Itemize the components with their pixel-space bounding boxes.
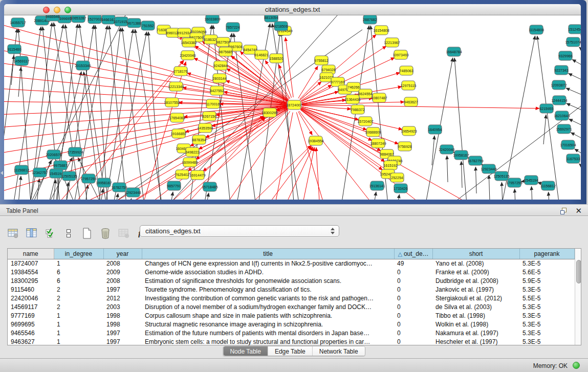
graph-node[interactable]: 9755812 xyxy=(314,56,328,65)
graph-node[interactable]: 12923448 xyxy=(125,188,141,197)
graph-node[interactable]: 9218506 xyxy=(274,21,288,31)
graph-node[interactable]: 12923448 xyxy=(481,164,496,173)
graph-node[interactable]: 10653287 xyxy=(70,15,86,23)
graph-node[interactable]: 8878354 xyxy=(192,135,206,144)
network-canvas[interactable]: 7163822 8960128 8912934 23226058 9827509… xyxy=(4,15,581,200)
graph-node[interactable]: 1588520 xyxy=(269,54,283,63)
graph-node[interactable]: 9875685 xyxy=(219,47,232,56)
graph-node[interactable]: 10807487 xyxy=(371,93,387,102)
clear-selection-icon[interactable] xyxy=(62,227,75,239)
graph-node[interactable]: 12342757 xyxy=(32,168,48,177)
graph-node[interactable]: 1167533 xyxy=(567,154,580,163)
tab-node-table[interactable]: Node Table xyxy=(223,346,268,356)
graph-node[interactable]: 9227343 xyxy=(554,65,568,75)
graph-node[interactable]: 19654923 xyxy=(401,126,417,136)
column-header-pagerank[interactable]: pagerank xyxy=(519,249,574,259)
graph-node[interactable]: 9671388 xyxy=(127,18,141,28)
graph-node[interactable]: 1615192 xyxy=(383,161,397,170)
graph-node[interactable]: 20206576 xyxy=(46,150,61,159)
graph-node[interactable]: 17016504 xyxy=(560,140,576,149)
graph-node[interactable]: 1733426 xyxy=(394,184,407,193)
graph-node[interactable]: 17957255 xyxy=(506,178,522,187)
table-settings-icon[interactable] xyxy=(7,227,19,239)
graph-node[interactable]: 22420046 xyxy=(439,145,454,154)
graph-node[interactable]: 12444154 xyxy=(551,96,567,105)
graph-node[interactable]: 9857791 xyxy=(167,181,181,190)
graph-node[interactable]: 16154808 xyxy=(373,26,389,35)
graph-node[interactable]: 16099489 xyxy=(182,158,198,167)
graph-node[interactable]: 11156812 xyxy=(14,165,29,174)
graph-node[interactable]: 14055717 xyxy=(10,18,26,27)
graph-node[interactable]: 746266 xyxy=(347,82,360,92)
tab-network-table[interactable]: Network Table xyxy=(313,346,365,356)
graph-node[interactable]: 9146821 xyxy=(254,50,268,59)
graph-node[interactable]: 18724007 xyxy=(286,100,302,110)
table-row[interactable]: 1456911722003Disruption of a novel membe… xyxy=(8,302,574,311)
select-all-icon[interactable] xyxy=(44,227,56,239)
graph-node[interactable]: 8427552 xyxy=(210,86,224,95)
graph-node[interactable]: 12213967 xyxy=(384,38,400,47)
graph-node[interactable]: 252254 xyxy=(390,173,404,182)
graph-node[interactable]: 3624554 xyxy=(358,89,372,98)
graph-node[interactable]: 12093872 xyxy=(551,80,567,90)
delete-table-icon[interactable] xyxy=(99,227,112,239)
graph-node[interactable]: 23420046 xyxy=(180,51,195,60)
column-header-short[interactable]: short xyxy=(432,249,519,259)
graph-node[interactable]: 10688609 xyxy=(365,127,381,137)
graph-node[interactable]: 17359924 xyxy=(67,147,83,157)
graph-node[interactable]: 16782759 xyxy=(467,156,483,165)
graph-node[interactable]: 12213344 xyxy=(168,82,184,91)
collapse-panel-arrow-icon[interactable] xyxy=(1,171,3,175)
graph-node[interactable]: 11154808 xyxy=(529,25,544,34)
graph-node[interactable]: 9465546 xyxy=(46,15,59,21)
table-row[interactable]: 1872400712008Changes of HCN gene express… xyxy=(8,259,574,268)
graph-node[interactable]: 16210643 xyxy=(554,111,570,120)
float-window-icon[interactable] xyxy=(560,207,568,215)
graph-node[interactable]: 7485063 xyxy=(399,66,413,75)
graph-node[interactable]: 7857224 xyxy=(226,23,239,32)
graph-node[interactable]: 7625402 xyxy=(175,170,189,179)
tab-edge-table[interactable]: Edge Table xyxy=(268,346,313,356)
graph-node[interactable]: 16033809 xyxy=(204,15,220,24)
graph-node[interactable]: 18300295 xyxy=(262,108,277,117)
graph-node[interactable]: 10973493 xyxy=(393,50,408,59)
column-header-title[interactable]: title xyxy=(142,249,394,259)
graph-node[interactable]: 2803144 xyxy=(212,74,226,83)
graph-node[interactable]: 1640954 xyxy=(428,125,442,134)
graph-node[interactable]: 15692971 xyxy=(556,124,572,134)
graph-node[interactable]: 9463627 xyxy=(404,97,418,106)
graph-node[interactable]: 9115460 xyxy=(8,45,21,54)
graph-node[interactable]: 15751074 xyxy=(565,37,581,47)
graph-node[interactable]: 7986372 xyxy=(351,105,364,114)
graph-node[interactable]: 15718485 xyxy=(202,182,217,191)
graph-node[interactable]: 3498222 xyxy=(185,147,199,157)
graph-node[interactable]: 9329966 xyxy=(558,51,572,60)
graph-node[interactable]: 21364436 xyxy=(344,95,360,104)
table-selector-dropdown[interactable]: citations_edges.txt xyxy=(140,225,339,237)
graph-node[interactable]: 20153346 xyxy=(75,61,91,70)
graph-node[interactable]: 8813054 xyxy=(264,15,278,22)
graph-node[interactable]: 19958167 xyxy=(453,150,469,160)
column-header-out_de[interactable]: △out_de… xyxy=(394,249,432,259)
graph-node[interactable]: 12505135 xyxy=(61,171,77,181)
graph-node[interactable]: 19384554 xyxy=(308,136,323,145)
node-table-grid[interactable]: namein_degreeyeartitle△out_de…shortpager… xyxy=(8,249,575,346)
graph-node[interactable]: 2887682 xyxy=(363,15,377,24)
column-header-name[interactable]: name xyxy=(8,249,54,259)
graph-node[interactable]: 9975887 xyxy=(53,161,67,170)
graph-node[interactable]: 1545194 xyxy=(524,176,538,185)
close-panel-icon[interactable]: ✕ xyxy=(575,207,582,215)
column-visibility-icon[interactable] xyxy=(26,227,38,239)
graph-node[interactable]: 8267150 xyxy=(202,112,216,121)
graph-node[interactable]: 14569117 xyxy=(14,56,30,65)
window-titlebar[interactable]: citations_edges.txt xyxy=(4,4,581,15)
graph-node[interactable]: 16914479 xyxy=(189,170,205,180)
table-scrollbar-thumb[interactable] xyxy=(576,260,581,283)
graph-node[interactable]: 11156812 xyxy=(540,181,556,190)
graph-node[interactable]: 16543382 xyxy=(181,38,197,47)
new-table-icon[interactable] xyxy=(81,227,93,239)
graph-node[interactable]: 12505135 xyxy=(493,171,509,181)
graph-node[interactable]: 9242844 xyxy=(213,61,227,70)
graph-node[interactable]: 1512454 xyxy=(568,25,581,34)
table-row[interactable]: 1830029562008Estimation of significance … xyxy=(8,276,574,285)
